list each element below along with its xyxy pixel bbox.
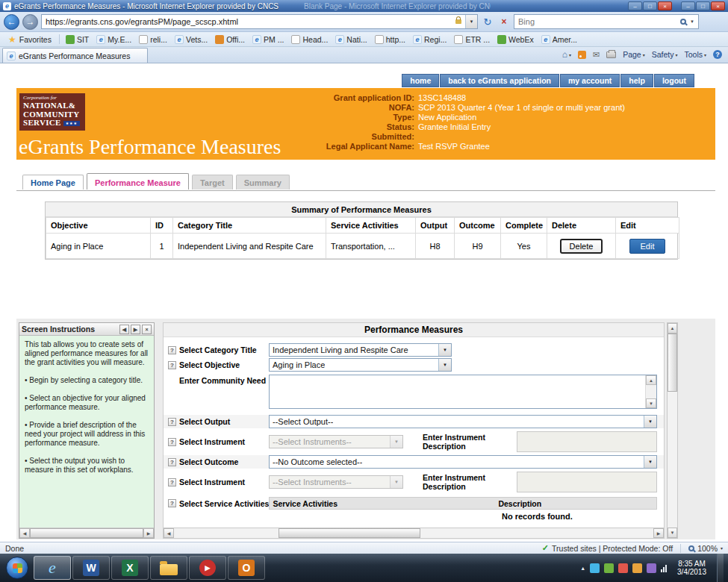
favorite-item[interactable]: ETR ... [450,34,494,45]
favorite-item[interactable]: SIT [62,34,93,45]
tray-app-icon[interactable] [604,563,614,573]
print-icon[interactable] [606,51,616,58]
help-icon[interactable]: ? [168,346,176,354]
show-desktop-button[interactable] [717,554,724,582]
tray-app-icon[interactable] [590,563,600,573]
scroll-left-arrow[interactable]: ◀ [164,528,174,538]
instructions-next-button[interactable]: ▶ [131,325,140,334]
scrollbar-thumb[interactable] [279,528,420,538]
favorite-item[interactable]: Head... [287,34,332,45]
instructions-horizontal-scrollbar[interactable]: ◀ ▶ [19,528,154,538]
scroll-left-arrow[interactable]: ◀ [19,528,30,538]
page-menu-button[interactable]: Page ▾ [623,50,645,59]
bg-maximize-button[interactable]: □ [696,1,710,10]
category-title-select[interactable]: Independent Living and Respite Care ▼ [269,343,452,357]
taskbar-excel-button[interactable]: X [111,556,149,580]
nav-my-account-button[interactable]: my account [560,74,620,87]
scroll-right-arrow[interactable]: ▶ [653,528,664,538]
favorite-item[interactable]: WebEx [494,34,538,45]
help-icon[interactable]: ? [713,50,722,59]
taskbar-media-button[interactable]: ▶ [189,556,226,580]
favorite-item[interactable]: e PM ... [249,34,287,45]
community-need-textarea[interactable]: ▲ ▼ [269,375,657,409]
favorite-item[interactable]: Offi... [211,34,249,45]
tray-app-icon[interactable] [647,563,656,573]
help-icon[interactable]: ? [168,438,176,446]
bg-close-button[interactable]: × [711,1,725,10]
security-zone[interactable]: ✓ Trusted sites | Protected Mode: Off [542,543,673,553]
delete-button[interactable]: Delete [560,239,603,254]
help-icon[interactable]: ? [168,458,176,466]
help-icon[interactable]: ? [168,499,176,507]
read-mail-icon[interactable]: ✉ [593,50,600,60]
instructions-prev-button[interactable]: ◀ [119,325,129,334]
form-horizontal-scrollbar[interactable]: ◀ ▶ [164,528,664,538]
help-icon[interactable]: ? [168,478,176,486]
favorite-item[interactable]: e My.E... [93,34,135,45]
tab-home-page[interactable]: Home Page [22,175,84,190]
home-menu-button[interactable]: ⌂ ▾ [562,49,571,60]
scrollbar-thumb[interactable] [668,334,677,392]
textarea-scrollbar[interactable]: ▲ ▼ [645,375,656,408]
favorite-item[interactable]: e Nati... [332,34,370,45]
search-box[interactable]: Bing ▼ [514,14,699,29]
favorite-item[interactable]: e Amer... [538,34,581,45]
help-icon[interactable]: ? [168,361,176,369]
tab-performance-measure[interactable]: Performance Measure [87,173,189,190]
favorite-item[interactable]: e Vets... [171,34,211,45]
refresh-button[interactable]: ↻ [481,15,494,28]
output-select[interactable]: --Select Output-- ▼ [269,415,657,428]
chevron-down-icon[interactable]: ▼ [644,456,656,468]
minimize-button[interactable]: – [628,1,642,10]
scroll-right-arrow[interactable]: ▶ [143,528,154,538]
url-field[interactable]: https://egrants.cns.gov/egrantsPM/page_s… [41,14,478,29]
outcome-select[interactable]: --No Outcome selected-- ▼ [269,455,657,469]
rss-feed-icon[interactable] [578,51,586,59]
url-dropdown-arrow[interactable]: ▼ [465,15,477,28]
chevron-down-icon[interactable]: ▼ [438,359,451,371]
form-vertical-scrollbar[interactable]: ▲ ▼ [667,322,678,539]
scroll-up-arrow[interactable]: ▲ [646,375,656,385]
search-dropdown-arrow[interactable]: ▼ [690,19,694,24]
scroll-up-arrow[interactable]: ▲ [668,323,677,334]
taskbar-ie-button[interactable]: e [34,556,71,580]
scroll-down-arrow[interactable]: ▼ [668,528,677,538]
favorite-item[interactable]: e Regi... [409,34,450,45]
nav-help-button[interactable]: help [620,74,653,87]
back-button[interactable]: ← [4,14,19,30]
start-button[interactable] [6,557,28,579]
hidden-icons-chevron[interactable]: ▲ [580,566,585,571]
search-icon[interactable] [680,19,686,25]
browser-tab[interactable]: e eGrants Performance Measures [2,48,148,63]
tray-app-icon[interactable] [632,563,642,573]
favorite-item[interactable]: http... [371,34,409,45]
safety-menu-button[interactable]: Safety ▾ [652,50,678,59]
close-button[interactable]: × [658,1,672,10]
maximize-button[interactable]: □ [643,1,657,10]
chevron-down-icon[interactable]: ▼ [438,344,451,356]
stop-button[interactable]: × [497,15,511,28]
scroll-down-arrow[interactable]: ▼ [646,398,656,408]
network-icon[interactable] [661,563,667,572]
bg-minimize-button[interactable]: – [681,1,695,10]
help-icon[interactable]: ? [168,418,176,426]
nav-logout-button[interactable]: logout [654,74,694,87]
nav-home-button[interactable]: home [402,74,439,87]
objective-select[interactable]: Aging in Place ▼ [269,358,452,372]
taskbar-clock[interactable]: 8:35 AM 3/4/2013 [671,560,712,576]
taskbar-word-button[interactable]: W [72,556,110,580]
tools-menu-button[interactable]: Tools ▾ [684,50,706,59]
scrollbar-thumb[interactable] [30,528,143,538]
edit-button[interactable]: Edit [629,239,666,254]
favorites-button[interactable]: ★ Favorites [3,34,57,46]
window-titlebar[interactable]: e eGrants Performance Measures - Microso… [0,0,728,12]
instructions-close-button[interactable]: × [142,325,152,334]
forward-button[interactable]: → [22,14,38,30]
tray-app-icon[interactable] [618,563,628,573]
taskbar-folder-button[interactable] [150,556,187,580]
nav-back-to-egrants-button[interactable]: back to eGrants application [440,74,559,87]
taskbar-outlook-button[interactable]: O [228,556,265,580]
chevron-down-icon[interactable]: ▼ [644,416,656,428]
zoom-control[interactable]: 100% ▾ [688,544,723,553]
favorite-item[interactable]: reli... [135,34,171,45]
